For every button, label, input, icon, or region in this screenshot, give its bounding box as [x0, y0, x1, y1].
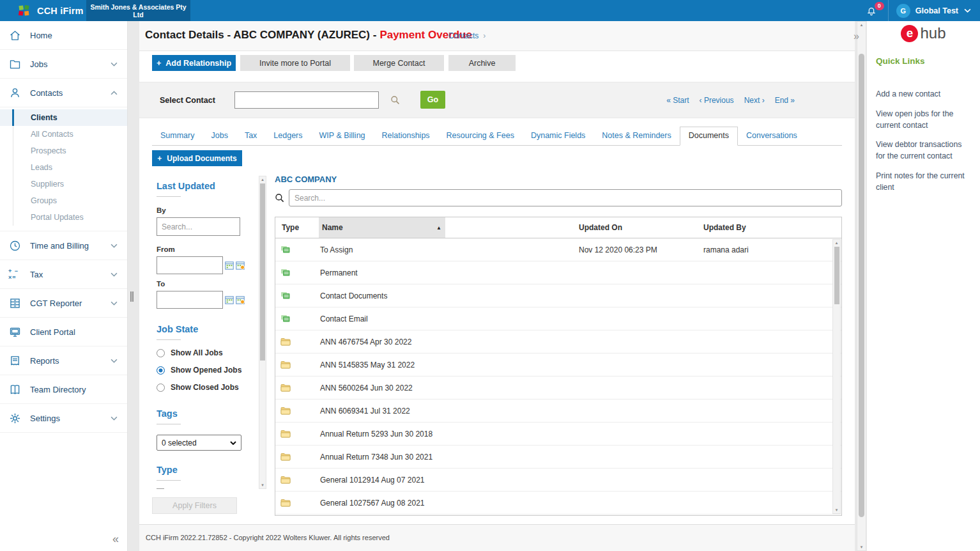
job-state-radio-option[interactable]: Show Closed Jobs: [157, 383, 257, 392]
table-row[interactable]: Annual Return 7348 Jun 30 2021: [275, 446, 841, 469]
calendar-clear-icon[interactable]: [236, 261, 245, 270]
sidebar-item-home[interactable]: Home: [0, 21, 127, 50]
archive-button[interactable]: Archive: [448, 55, 516, 71]
page-scrollbar[interactable]: [857, 21, 866, 551]
documents-search-input[interactable]: [289, 189, 842, 206]
quick-link[interactable]: Add a new contact: [876, 89, 973, 100]
tab[interactable]: Dynamic Fields: [523, 127, 593, 145]
chevron-down-icon[interactable]: [964, 8, 971, 13]
tags-select[interactable]: 0 selected: [157, 435, 241, 451]
select-contact-input[interactable]: [234, 91, 379, 109]
tab[interactable]: Resourcing & Fees: [438, 127, 523, 145]
sidebar-subitem[interactable]: All Contacts: [0, 126, 127, 143]
filter-panel-scrollbar[interactable]: [259, 176, 266, 489]
quick-link[interactable]: View debtor transactions for the current…: [876, 139, 973, 162]
invite-to-portal-button[interactable]: Invite more to Portal: [240, 55, 350, 71]
checkbox[interactable]: [157, 488, 164, 489]
radio-button[interactable]: [157, 384, 165, 392]
app-brand[interactable]: CCH iFirm: [17, 0, 84, 21]
pagination-link[interactable]: End »: [775, 96, 795, 105]
radio-button[interactable]: [157, 349, 165, 357]
table-row[interactable]: Permanent: [275, 261, 841, 284]
from-date-input[interactable]: [157, 256, 223, 274]
job-state-radio-option[interactable]: Show All Jobs: [157, 348, 257, 357]
sidebar-item-cgt-reporter[interactable]: CGT Reporter: [0, 289, 127, 318]
upload-documents-button[interactable]: + Upload Documents: [152, 150, 242, 166]
sidebar-subitem[interactable]: Suppliers: [0, 176, 127, 192]
search-icon: [275, 193, 285, 203]
page-title: Contact Details - ABC COMPANY (AZUREC) -…: [145, 29, 472, 42]
sidebar-subitem[interactable]: Prospects: [0, 143, 127, 159]
tab[interactable]: Conversations: [738, 127, 806, 145]
column-header-updated-on[interactable]: Updated On: [579, 223, 622, 232]
column-header-name[interactable]: Name: [319, 217, 445, 238]
radio-button[interactable]: [157, 366, 165, 375]
sidebar-subitem[interactable]: Groups: [0, 192, 127, 209]
pagination-link[interactable]: ‹ Previous: [700, 96, 734, 105]
chevron-down-icon: [111, 416, 118, 421]
table-row[interactable]: Contact Documents: [275, 284, 841, 307]
panel-resize-handle[interactable]: [130, 291, 134, 302]
sidebar-collapse-button[interactable]: «: [112, 532, 119, 546]
sidebar-item-contacts[interactable]: Contacts: [0, 79, 127, 107]
column-header-type[interactable]: Type: [282, 223, 299, 232]
scrollbar-thumb[interactable]: [834, 247, 839, 304]
user-menu[interactable]: Global Test: [915, 6, 958, 15]
collapse-right-panel-button[interactable]: »: [854, 31, 859, 42]
sidebar-item-team-directory[interactable]: Team Directory: [0, 375, 127, 404]
pagination-link[interactable]: « Start: [666, 96, 689, 105]
quick-link[interactable]: Print notes for the current client: [876, 171, 973, 194]
sidebar-subitem[interactable]: Portal Updates: [0, 209, 127, 226]
table-row[interactable]: ANN 5145835 May 31 2022: [275, 353, 841, 376]
to-date-input[interactable]: [157, 291, 223, 309]
doc-type-folder-icon: [280, 407, 291, 415]
sidebar-item-jobs[interactable]: Jobs: [0, 50, 127, 79]
search-icon[interactable]: [390, 95, 401, 105]
table-row[interactable]: ANN 5600264 Jun 30 2022: [275, 376, 841, 400]
sidebar-item-settings[interactable]: Settings: [0, 404, 127, 433]
tab[interactable]: Ledgers: [265, 127, 310, 145]
tab[interactable]: WIP & Billing: [311, 127, 374, 145]
calendar-clear-icon[interactable]: [236, 295, 245, 304]
scrollbar-thumb[interactable]: [859, 54, 864, 517]
notifications-button[interactable]: 0: [855, 0, 888, 21]
sidebar-subitem[interactable]: Leads: [0, 159, 127, 176]
calendar-icon[interactable]: [225, 295, 234, 304]
sidebar-subitem[interactable]: Clients: [0, 109, 127, 126]
tab[interactable]: Documents: [680, 127, 738, 146]
apply-filters-button[interactable]: Apply Filters: [152, 497, 237, 514]
tab[interactable]: Summary: [152, 127, 203, 145]
add-relationship-button[interactable]: + Add Relationship: [152, 55, 236, 71]
tab[interactable]: Jobs: [203, 127, 236, 145]
quick-link[interactable]: View open jobs for the current contact: [876, 109, 973, 132]
sidebar-item-client-portal[interactable]: Client Portal: [0, 318, 127, 346]
job-state-radio-option[interactable]: Show Opened Jobs: [157, 366, 257, 375]
tab[interactable]: Notes & Reminders: [593, 127, 679, 145]
sidebar-item-tax[interactable]: Tax: [0, 260, 127, 289]
tab[interactable]: Tax: [236, 127, 265, 145]
table-scrollbar[interactable]: [832, 239, 841, 514]
tenant-name[interactable]: Smith Jones & Associates Pty Ltd: [86, 0, 190, 21]
breadcrumb[interactable]: Contacts›: [448, 31, 486, 40]
column-header-updated-by[interactable]: Updated By: [703, 223, 746, 232]
merge-contact-button[interactable]: Merge Contact: [354, 55, 444, 71]
sidebar-item-reports[interactable]: Reports: [0, 346, 127, 375]
calendar-icon[interactable]: [225, 261, 234, 270]
updated-by-search-input[interactable]: [157, 217, 240, 236]
tab[interactable]: Relationships: [374, 127, 438, 145]
table-row[interactable]: Annual Return 5293 Jun 30 2018: [275, 423, 841, 446]
go-button[interactable]: Go: [420, 91, 445, 109]
table-row[interactable]: ANN 4676754 Apr 30 2022: [275, 330, 841, 353]
table-row[interactable]: Contact Email: [275, 307, 841, 330]
table-row[interactable]: General 1012914 Aug 07 2021: [275, 469, 841, 492]
scrollbar-thumb[interactable]: [260, 183, 265, 361]
user-avatar[interactable]: G: [896, 4, 910, 18]
sort-ascending-icon[interactable]: ▲: [436, 225, 441, 231]
sidebar-item-time-and-billing[interactable]: Time and Billing: [0, 231, 127, 260]
table-row[interactable]: To Assign Nov 12 2020 06:23 PM ramana ad…: [275, 238, 841, 261]
ehub-panel: e hub Quick Links Add a new contactView …: [867, 21, 980, 551]
pagination-link[interactable]: Next ›: [744, 96, 765, 105]
table-row[interactable]: General 1027567 Aug 08 2021: [275, 492, 841, 515]
type-filter-option-clipped[interactable]: [157, 488, 257, 489]
table-row[interactable]: ANN 6069341 Jul 31 2022: [275, 400, 841, 423]
